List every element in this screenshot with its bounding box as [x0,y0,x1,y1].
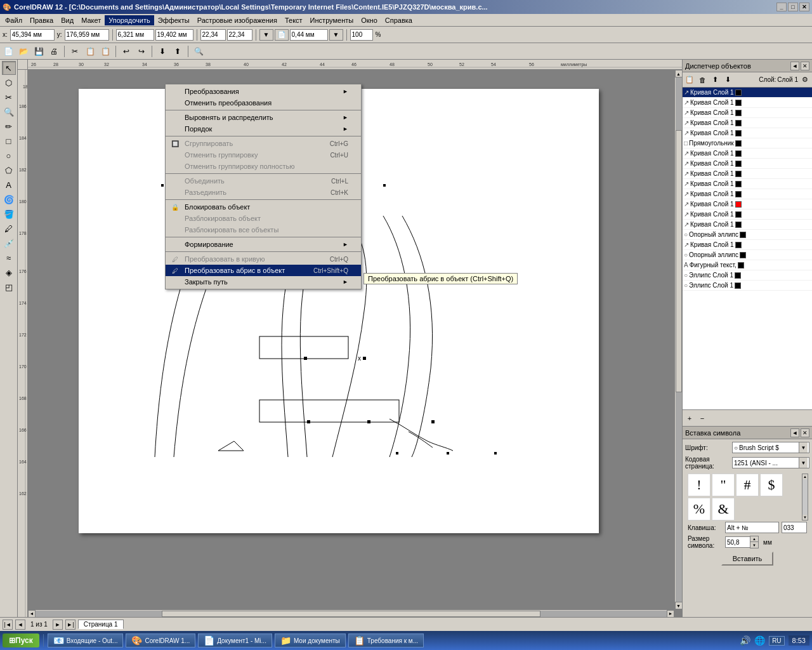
objects-panel-collapse-button[interactable]: ◄ [790,62,799,70]
open-button[interactable]: 📂 [16,44,30,58]
obj-add-layer-button[interactable]: 📋 [684,74,695,86]
size-spinner-buttons[interactable]: ▲ ▼ [750,536,759,548]
import-button[interactable]: ⬇ [155,44,169,58]
x-input[interactable] [10,29,55,41]
sym-scroll-down-button[interactable]: ▼ [802,515,808,520]
table-row[interactable]: ○ Опорный эллипс [683,250,812,260]
freehand-tool[interactable]: ✏ [2,119,16,133]
menu-item-unlock-all[interactable]: Разблокировать все объекты [166,224,361,235]
table-row[interactable]: ↗ Кривая Слой 1 [683,189,812,199]
table-row[interactable]: ○ Эллипс Слой 1 [683,281,812,291]
taskbar-item-mail[interactable]: 📧 Входящие - Out... [48,633,124,647]
sym-scroll-up-button[interactable]: ▲ [802,474,808,479]
menu-text[interactable]: Текст [281,15,306,25]
copy-button[interactable]: 📋 [83,44,97,58]
export-button[interactable]: ⬆ [171,44,185,58]
sym-scroll-track[interactable] [802,479,808,515]
table-row[interactable]: ↗ Кривая Слой 1 [683,169,812,179]
taskbar-item-req[interactable]: 📋 Требования к м... [348,633,424,647]
outline-dropdown-btn[interactable]: ▼ [329,29,343,41]
obj-new-layer-button[interactable]: + [684,413,695,424]
menu-window[interactable]: Окно [357,15,381,25]
symbol-cell-percent[interactable]: % [688,498,710,521]
obj-settings-button[interactable]: ⚙ [799,74,811,86]
spiral-tool[interactable]: 🌀 [2,192,16,206]
menu-item-order[interactable]: Порядок ► [166,123,361,135]
page-prev-button[interactable]: ◄ [15,620,25,630]
menu-edit[interactable]: Правка [26,15,57,25]
symbol-panel-close-button[interactable]: ✕ [801,428,809,437]
taskbar-item-docs[interactable]: 📁 Мои документы [275,633,346,647]
size-spinner[interactable]: ▲ ▼ [725,536,759,548]
paste-button[interactable]: 📋 [98,44,112,58]
table-row[interactable]: ↗ Кривая Слой 1 [683,179,812,189]
menu-item-ungroup[interactable]: Отменить группировку Ctrl+U [166,149,361,161]
undo-button[interactable]: ↩ [119,44,133,58]
menu-item-to-curve[interactable]: 🖊 Преобразовать в кривую Ctrl+Q [166,253,361,265]
taskbar-item-corel[interactable]: 🎨 CorelDRAW 1... [126,633,195,647]
start-button[interactable]: ⊞ Пуск [3,633,39,647]
print-button[interactable]: 🖨 [47,44,61,58]
eyedropper-tool[interactable]: 💉 [2,236,16,250]
vertical-scrollbar[interactable]: ▲ ▼ [674,70,682,609]
outline-tool[interactable]: 🖊 [2,222,16,235]
n2-input[interactable] [227,29,252,41]
redo-button[interactable]: ↪ [134,44,148,58]
objects-list[interactable]: ↗ Кривая Слой 1 ↗ Кривая Слой 1 ↗ Кривая… [683,88,812,409]
table-row[interactable]: ○ Эллипс Слой 1 [683,270,812,281]
menu-item-close-path[interactable]: Закрыть путь ► [166,276,361,288]
n1-input[interactable] [200,29,226,41]
select-tool[interactable]: ↖ [2,61,16,75]
menu-item-lock[interactable]: 🔒 Блокировать объект [166,201,361,213]
canvas-area[interactable]: 26 28 30 32 34 36 38 40 42 44 46 48 50 5… [18,60,682,617]
obj-delete-button[interactable]: 🗑 [697,74,708,86]
window-close-button[interactable]: ✕ [799,3,809,11]
table-row[interactable]: ↗ Кривая Слой 1 [683,240,812,250]
crop-tool[interactable]: ✂ [2,90,16,104]
table-row[interactable]: ↗ Кривая Слой 1 [683,159,812,169]
menu-bitmaps[interactable]: Растровые изображения [193,15,281,25]
symbol-cell-exclaim[interactable]: ! [688,474,710,496]
outline-width-input[interactable] [290,29,328,41]
menu-file[interactable]: Файл [1,15,26,25]
font-dropdown-button[interactable]: ▼ [799,442,808,453]
table-row[interactable]: ↗ Кривая Слой 1 [683,108,812,118]
table-row[interactable]: A Фигурный текст, [683,260,812,270]
fill-tool[interactable]: 🪣 [2,207,16,221]
extrude-tool[interactable]: ◈ [2,265,16,279]
symbol-panel-collapse-button[interactable]: ◄ [790,428,799,437]
y-input[interactable] [65,29,109,41]
symbol-cell-quote[interactable]: " [712,474,735,496]
codepage-selector[interactable]: 1251 (ANSI - ... ▼ [732,457,809,468]
insert-symbol-button[interactable]: Вставить [721,552,774,566]
obj-move-down-button[interactable]: ⬇ [722,74,733,86]
codepage-dropdown-button[interactable]: ▼ [799,458,808,468]
rect-tool[interactable]: □ [2,134,16,148]
table-row[interactable]: ○ Опорный эллипс [683,230,812,240]
cut-button[interactable]: ✂ [68,44,82,58]
page-first-button[interactable]: |◄ [3,620,13,630]
taskbar-item-word[interactable]: 📄 Документ1 - Mi... [198,633,272,647]
menu-help[interactable]: Справка [381,15,416,25]
language-button[interactable]: RU [769,636,784,646]
table-row[interactable]: ↗ Кривая Слой 1 [683,118,812,128]
scroll-down-button[interactable]: ▼ [675,602,683,609]
height-input[interactable] [155,29,193,41]
save-button[interactable]: 💾 [32,44,46,58]
text-tool[interactable]: A [2,178,16,192]
menu-effects[interactable]: Эффекты [154,15,193,25]
table-row[interactable]: ↗ Кривая Слой 1 [683,199,812,209]
zoom-input[interactable] [350,29,373,41]
menu-view[interactable]: Вид [57,15,77,25]
width-input[interactable] [116,29,154,41]
obj-move-up-button[interactable]: ⬆ [709,74,721,86]
menu-tools[interactable]: Инструменты [306,15,358,25]
shape-tool[interactable]: ⬡ [2,76,16,90]
menu-item-outline-to-obj[interactable]: 🖊 Преобразовать абрис в объект Ctrl+Shif… [166,265,361,276]
scroll-up-button[interactable]: ▲ [675,70,683,77]
scroll-right-button[interactable]: ► [667,610,674,618]
tray-icon-2[interactable]: 🌐 [754,635,765,646]
blend-tool[interactable]: ≈ [2,251,16,265]
outline-icon[interactable]: 📄 [275,29,289,41]
menu-item-combine[interactable]: Объединить Ctrl+L [166,175,361,187]
